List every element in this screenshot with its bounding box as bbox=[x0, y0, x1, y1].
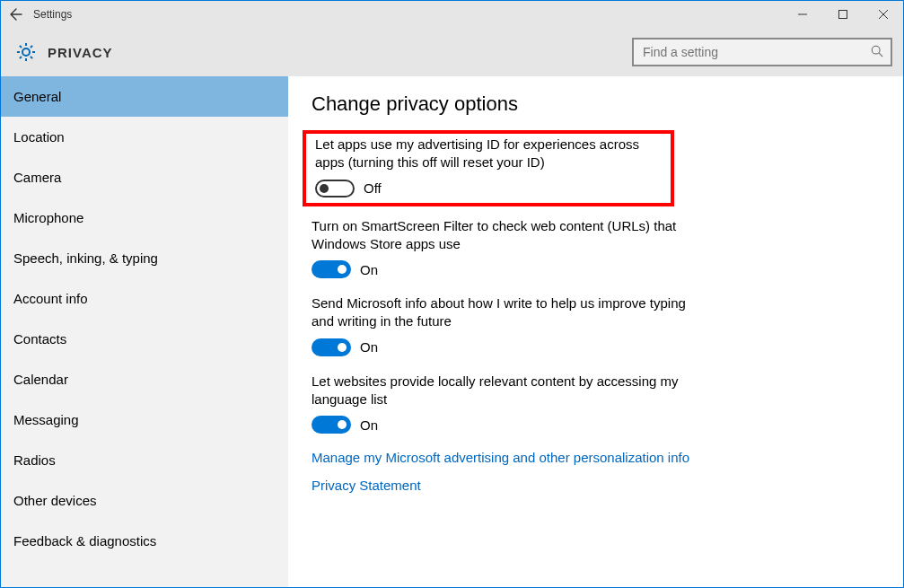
sidebar-item-general[interactable]: General bbox=[1, 76, 288, 117]
toggle-typing-info[interactable] bbox=[312, 338, 351, 356]
sidebar-item-label: Calendar bbox=[13, 372, 68, 387]
setting-language-list: Let websites provide locally relevant co… bbox=[312, 373, 698, 434]
sidebar-item-account-info[interactable]: Account info bbox=[1, 278, 288, 319]
setting-smartscreen: Turn on SmartScreen Filter to check web … bbox=[312, 217, 698, 279]
sidebar-item-label: Radios bbox=[13, 452, 56, 468]
toggle-advertising-id[interactable] bbox=[315, 180, 355, 197]
setting-desc: Let websites provide locally relevant co… bbox=[312, 373, 698, 409]
svg-point-1 bbox=[22, 48, 30, 56]
toggle-state-label: On bbox=[360, 417, 378, 433]
svg-point-2 bbox=[872, 46, 880, 54]
toggle-state-label: Off bbox=[364, 180, 382, 196]
link-manage-advertising[interactable]: Manage my Microsoft advertising and othe… bbox=[312, 450, 689, 465]
back-arrow-icon bbox=[8, 7, 22, 22]
settings-window: Settings PRIVACY General Location bbox=[0, 0, 904, 588]
sidebar-item-label: Microphone bbox=[13, 210, 83, 225]
toggle-state-label: On bbox=[360, 262, 378, 277]
search-icon bbox=[871, 45, 883, 60]
sidebar-item-microphone[interactable]: Microphone bbox=[1, 197, 288, 238]
link-privacy-statement[interactable]: Privacy Statement bbox=[312, 478, 421, 493]
close-button[interactable] bbox=[863, 1, 903, 28]
minimize-button[interactable] bbox=[782, 1, 822, 28]
sidebar-item-label: Contacts bbox=[13, 331, 66, 347]
toggle-state-label: On bbox=[360, 339, 378, 355]
sidebar-item-contacts[interactable]: Contacts bbox=[1, 319, 288, 359]
toggle-language-list[interactable] bbox=[312, 416, 351, 434]
body: General Location Camera Microphone Speec… bbox=[1, 76, 903, 587]
sidebar-item-messaging[interactable]: Messaging bbox=[1, 399, 288, 440]
sidebar-item-label: Messaging bbox=[13, 412, 79, 427]
category-title: PRIVACY bbox=[48, 45, 113, 60]
sidebar-item-other-devices[interactable]: Other devices bbox=[1, 480, 288, 521]
sidebar-item-camera[interactable]: Camera bbox=[1, 157, 288, 197]
search-input[interactable] bbox=[641, 44, 871, 60]
setting-desc: Turn on SmartScreen Filter to check web … bbox=[312, 217, 698, 254]
setting-advertising-id: Let apps use my advertising ID for exper… bbox=[306, 136, 665, 197]
sidebar-item-label: Speech, inking, & typing bbox=[13, 250, 158, 266]
sidebar-item-feedback[interactable]: Feedback & diagnostics bbox=[1, 521, 288, 561]
sidebar-item-label: Feedback & diagnostics bbox=[13, 533, 156, 549]
sidebar-item-location[interactable]: Location bbox=[1, 117, 288, 157]
setting-desc: Let apps use my advertising ID for exper… bbox=[315, 136, 665, 172]
sidebar-item-label: Account info bbox=[13, 291, 88, 306]
maximize-button[interactable] bbox=[822, 1, 863, 28]
titlebar: Settings bbox=[1, 1, 903, 28]
sidebar-item-radios[interactable]: Radios bbox=[1, 440, 288, 480]
sidebar-item-label: Camera bbox=[13, 170, 61, 185]
sidebar: General Location Camera Microphone Speec… bbox=[1, 76, 288, 587]
search-box[interactable] bbox=[632, 38, 892, 66]
header: PRIVACY bbox=[1, 28, 903, 76]
setting-typing-info: Send Microsoft info about how I write to… bbox=[312, 294, 698, 356]
sidebar-item-calendar[interactable]: Calendar bbox=[1, 359, 288, 399]
sidebar-item-label: General bbox=[13, 89, 61, 104]
page-heading: Change privacy options bbox=[312, 92, 880, 116]
window-title: Settings bbox=[30, 8, 72, 21]
gear-icon bbox=[13, 39, 39, 65]
sidebar-item-speech[interactable]: Speech, inking, & typing bbox=[1, 238, 288, 278]
sidebar-item-label: Location bbox=[13, 129, 65, 145]
setting-desc: Send Microsoft info about how I write to… bbox=[312, 294, 698, 331]
toggle-smartscreen[interactable] bbox=[312, 260, 351, 278]
sidebar-item-label: Other devices bbox=[13, 493, 97, 508]
highlight-box: Let apps use my advertising ID for exper… bbox=[303, 130, 674, 206]
content-pane: Change privacy options Let apps use my a… bbox=[288, 76, 903, 587]
back-button[interactable] bbox=[1, 1, 30, 28]
svg-rect-0 bbox=[838, 11, 847, 19]
